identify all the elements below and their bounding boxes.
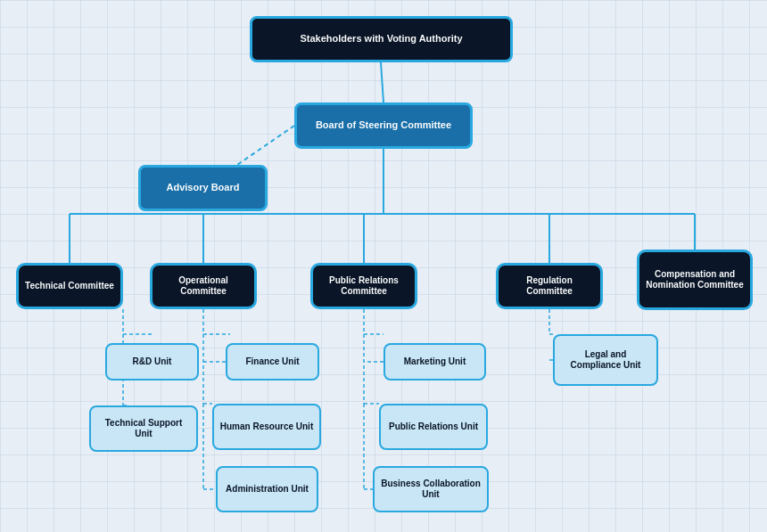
board-label: Board of Steering Committee [310,116,457,135]
operational-committee-label: Operational Committee [153,273,254,299]
legal-unit-label: Legal and Compliance Unit [555,347,656,373]
technical-committee-label: Technical Committee [21,278,119,294]
technical-support-node: Technical Support Unit [89,405,198,452]
rd-unit-node: R&D Unit [105,343,199,381]
compensation-committee-label: Compensation and Nomination Committee [639,266,750,293]
advisory-label: Advisory Board [161,178,245,197]
hr-unit-node: Human Resource Unit [212,404,321,450]
operational-committee-node: Operational Committee [150,263,257,309]
compensation-committee-node: Compensation and Nomination Committee [637,250,753,310]
legal-unit-node: Legal and Compliance Unit [553,334,658,386]
org-chart: Stakeholders with Voting Authority Board… [0,0,767,532]
pr-unit-label: Public Relations Unit [384,419,482,435]
pr-unit-node: Public Relations Unit [379,404,488,450]
hr-unit-label: Human Resource Unit [216,419,318,435]
marketing-unit-label: Marketing Unit [400,354,470,370]
biz-collab-label: Business Collaboration Unit [375,476,487,503]
admin-unit-label: Administration Unit [221,481,313,497]
regulation-committee-node: Regulation Committee [496,263,603,309]
technical-committee-node: Technical Committee [16,263,123,309]
board-node: Board of Steering Committee [294,102,473,149]
advisory-node: Advisory Board [138,165,268,211]
pr-committee-node: Public Relations Committee [310,263,417,309]
technical-support-label: Technical Support Unit [91,415,196,442]
pr-committee-label: Public Relations Committee [313,273,415,299]
biz-collab-node: Business Collaboration Unit [373,466,489,512]
marketing-unit-node: Marketing Unit [384,343,486,381]
svg-line-0 [381,62,384,102]
stakeholders-node: Stakeholders with Voting Authority [250,16,513,62]
stakeholders-label: Stakeholders with Voting Authority [294,29,467,48]
finance-unit-label: Finance Unit [241,354,303,370]
rd-unit-label: R&D Unit [128,354,177,370]
admin-unit-node: Administration Unit [216,466,318,512]
finance-unit-node: Finance Unit [226,343,319,381]
regulation-committee-label: Regulation Committee [499,273,600,299]
